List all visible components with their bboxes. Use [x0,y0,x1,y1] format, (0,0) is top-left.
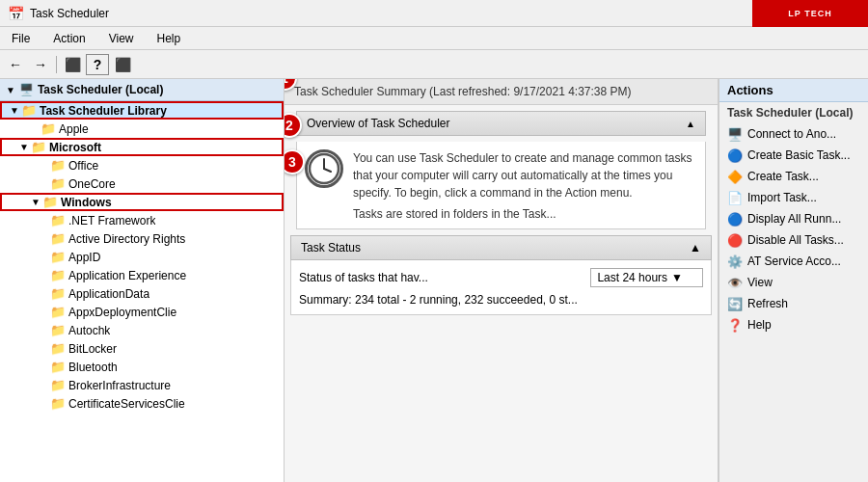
action-create-basic[interactable]: 🔵 Create Basic Task... [719,145,868,166]
netfx-folder-icon: 📁 [50,213,66,228]
filter-label: Status of tasks that hav... [299,271,428,284]
toolbar-collapse[interactable]: ⬛ [61,54,84,75]
appxdeploy-label: AppxDeploymentClie [68,306,176,319]
menu-view[interactable]: View [101,30,142,47]
action-import-label: Import Task... [747,191,817,204]
appexp-folder-icon: 📁 [50,268,66,282]
windows-folder-icon: 📁 [42,195,58,209]
menu-action[interactable]: Action [45,30,93,47]
adrights-folder-icon: 📁 [50,231,66,246]
action-create-task-label: Create Task... [747,170,819,183]
main-layout: ▼ 🖥️ Task Scheduler (Local) ▼ 📁 Task Sch… [0,79,868,482]
action-help[interactable]: ❓ Help [719,314,868,335]
tree-item-microsoft[interactable]: ▼ 📁 Microsoft [0,138,284,156]
action-disable-all[interactable]: 🔴 Disable All Tasks... [719,229,868,251]
create-basic-icon: 🔵 [727,147,743,163]
help-icon: ❓ [727,317,743,333]
toolbar-help[interactable]: ? [86,54,109,75]
computer-icon: 🖥️ [19,83,34,96]
overview-section-header[interactable]: Overview of Task Scheduler ▲ [296,111,706,136]
appdata-label: ApplicationData [68,287,149,301]
disable-all-icon: 🔴 [727,232,743,248]
tree-item-bitlocker[interactable]: 📁 BitLocker [0,339,284,358]
action-refresh-label: Refresh [747,297,788,310]
action-view[interactable]: 👁️ View [719,272,868,293]
bluetooth-label: Bluetooth [68,361,118,374]
tree-root-label: Task Scheduler (Local) [38,83,163,96]
connect-icon: 🖥️ [727,126,743,142]
task-status-chevron: ▲ [690,241,701,254]
toolbar-extra[interactable]: ⬛ [111,54,134,75]
app-icon: 📅 [8,6,24,21]
actions-section-label: Task Scheduler (Local) [719,102,868,123]
menu-help[interactable]: Help [149,30,189,47]
action-display-all[interactable]: 🔵 Display All Runn... [719,208,868,229]
toolbar-back[interactable]: ← [4,54,27,75]
microsoft-arrow: ▼ [17,142,31,152]
view-icon: 👁️ [727,275,743,290]
action-refresh[interactable]: 🔄 Refresh [719,293,868,314]
tree-item-onecore[interactable]: 📁 OneCore [0,174,284,193]
tree-library[interactable]: ▼ 📁 Task Scheduler Library [0,101,284,120]
filter-value: Last 24 hours [597,271,667,284]
tree-item-autochk[interactable]: 📁 Autochk [0,321,284,339]
refresh-icon: 🔄 [727,296,743,311]
task-status-section: Task Status ▲ Status of tasks that hav..… [290,235,712,315]
tree-root[interactable]: ▼ 🖥️ Task Scheduler (Local) [0,79,284,101]
tree-item-office[interactable]: 📁 Office [0,156,284,174]
task-status-body: Status of tasks that hav... Last 24 hour… [290,260,712,315]
onecore-folder-icon: 📁 [50,176,66,191]
action-import[interactable]: 📄 Import Task... [719,187,868,208]
appid-folder-icon: 📁 [50,250,66,264]
office-folder-icon: 📁 [50,158,66,173]
overview-content: 3 You can use Task Scheduler to create a… [296,142,706,229]
actions-panel: Actions Task Scheduler (Local) 🖥️ Connec… [719,79,868,482]
microsoft-label: Microsoft [49,141,101,154]
action-at-service[interactable]: ⚙️ AT Service Acco... [719,251,868,272]
tree-item-appdata[interactable]: 📁 ApplicationData [0,284,284,303]
broker-folder-icon: 📁 [50,378,66,392]
status-filter-row: Status of tasks that hav... Last 24 hour… [299,268,703,287]
center-panel: 1 Task Scheduler Summary (Last refreshed… [285,79,719,482]
toolbar-forward[interactable]: → [29,54,52,75]
menu-file[interactable]: File [4,30,38,47]
tree-item-appxdeploy[interactable]: 📁 AppxDeploymentClie [0,303,284,321]
create-task-icon: 🔶 [727,169,743,184]
tree-panel: ▼ 🖥️ Task Scheduler (Local) ▼ 📁 Task Sch… [0,79,285,482]
action-at-service-label: AT Service Acco... [747,254,841,268]
library-label: Task Scheduler Library [40,104,167,118]
task-status-title: Task Status [301,241,361,254]
tree-item-apple[interactable]: 📁 Apple [0,120,284,138]
broker-label: BrokerInfrastructure [68,379,171,392]
tree-item-appexp[interactable]: 📁 Application Experience [0,266,284,284]
action-create-task[interactable]: 🔶 Create Task... [719,166,868,187]
menu-bar: File Action View Help [0,27,868,50]
action-display-all-label: Display All Runn... [747,212,841,226]
tree-item-bluetooth[interactable]: 📁 Bluetooth [0,358,284,376]
autochk-label: Autochk [68,324,110,337]
tree-item-certsvc[interactable]: 📁 CertificateServicesClie [0,394,284,413]
tree-item-broker[interactable]: 📁 BrokerInfrastructure [0,376,284,394]
task-status-header[interactable]: Task Status ▲ [290,235,712,260]
overview-body: You can use Task Scheduler to create and… [353,149,697,221]
netfx-label: .NET Framework [68,214,155,228]
tree-item-appid[interactable]: 📁 AppID [0,248,284,266]
windows-label: Windows [61,196,112,209]
time-filter-dropdown[interactable]: Last 24 hours ▼ [590,268,703,287]
autochk-folder-icon: 📁 [50,323,66,337]
bitlocker-label: BitLocker [68,342,117,356]
certsvc-folder-icon: 📁 [50,396,66,411]
tree-item-adrights[interactable]: 📁 Active Directory Rights [0,229,284,248]
action-help-label: Help [747,318,772,332]
tree-item-netfx[interactable]: 📁 .NET Framework [0,211,284,229]
apple-folder-icon: 📁 [41,121,56,136]
tree-item-windows[interactable]: ▼ 📁 Windows [0,193,284,211]
office-label: Office [68,159,98,173]
adrights-label: Active Directory Rights [68,232,185,246]
appid-label: AppID [68,251,100,264]
at-service-icon: ⚙️ [727,254,743,269]
action-connect[interactable]: 🖥️ Connect to Ano... [719,123,868,145]
action-disable-all-label: Disable All Tasks... [747,233,844,247]
overview-title: Overview of Task Scheduler [307,117,450,130]
title-bar: 📅 Task Scheduler LP TECH [0,0,868,27]
